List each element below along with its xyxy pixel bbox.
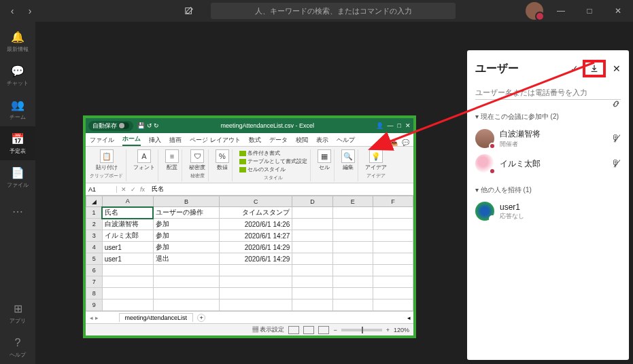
- zoom-out[interactable]: −: [333, 327, 337, 333]
- check-icon[interactable]: ✓: [570, 63, 579, 74]
- cell[interactable]: 参加: [153, 242, 219, 253]
- edit-button[interactable]: 🔍編集: [341, 149, 355, 171]
- cell[interactable]: [292, 242, 332, 253]
- copy-link-icon[interactable]: [611, 99, 621, 111]
- autosave-toggle[interactable]: 自動保存: [88, 121, 133, 131]
- tab-formula[interactable]: 数式: [249, 134, 261, 146]
- row-header[interactable]: 5: [86, 253, 103, 265]
- rail-teams[interactable]: 👥チーム: [0, 92, 35, 126]
- cell[interactable]: [219, 265, 292, 276]
- number-button[interactable]: %数値: [216, 149, 229, 171]
- cell[interactable]: [219, 299, 292, 311]
- cell[interactable]: [219, 288, 292, 299]
- cell[interactable]: [373, 230, 413, 242]
- cell[interactable]: [292, 253, 332, 265]
- cell[interactable]: [153, 276, 219, 288]
- cell[interactable]: [292, 230, 332, 242]
- sensitivity-button[interactable]: 🛡秘密度: [189, 149, 205, 171]
- rail-more[interactable]: ⋯: [0, 194, 35, 228]
- add-sheet[interactable]: +: [197, 314, 205, 322]
- cell[interactable]: [373, 219, 413, 230]
- row-header[interactable]: 9: [86, 299, 103, 311]
- comments-icon[interactable]: 💬: [402, 139, 409, 146]
- cell[interactable]: [373, 288, 413, 299]
- maximize-button[interactable]: □: [579, 3, 600, 19]
- rail-help[interactable]: ?ヘルプ: [0, 330, 35, 364]
- col-header[interactable]: D: [292, 196, 332, 207]
- cell[interactable]: [332, 230, 373, 242]
- cell[interactable]: タイムスタンプ: [219, 207, 292, 219]
- tab-data[interactable]: データ: [269, 134, 288, 146]
- col-header[interactable]: B: [153, 196, 219, 207]
- tab-view[interactable]: 表示: [316, 134, 328, 146]
- col-header[interactable]: E: [332, 196, 373, 207]
- col-header[interactable]: C: [219, 196, 292, 207]
- back-button[interactable]: ‹: [4, 3, 20, 19]
- display-settings[interactable]: ▦ 表示設定: [252, 325, 285, 334]
- rail-activity[interactable]: 🔔最新情報: [0, 24, 35, 58]
- worksheet-grid[interactable]: ◢ A B C D E F 1氏名ユーザーの操作タイムスタンプ2白波瀬智将参加2…: [86, 196, 413, 311]
- view-normal[interactable]: [288, 326, 299, 334]
- cell[interactable]: 白波瀬智将: [102, 219, 153, 230]
- cell[interactable]: user1: [102, 253, 153, 265]
- paste-button[interactable]: 📋貼り付け: [96, 149, 118, 171]
- cell[interactable]: 2020/6/1 14:27: [219, 230, 292, 242]
- cell[interactable]: [102, 276, 153, 288]
- cell[interactable]: [373, 276, 413, 288]
- row-header[interactable]: 6: [86, 265, 103, 276]
- tab-draw[interactable]: 描画: [169, 134, 182, 146]
- excel-max[interactable]: □: [398, 122, 401, 129]
- cell[interactable]: [292, 207, 332, 219]
- cell[interactable]: [292, 265, 332, 276]
- cell[interactable]: [332, 219, 373, 230]
- cell[interactable]: [332, 207, 373, 219]
- invite-input[interactable]: [475, 86, 621, 100]
- tab-review[interactable]: 校閲: [296, 134, 308, 146]
- cell[interactable]: [219, 276, 292, 288]
- scroll-left[interactable]: ◂: [407, 314, 411, 321]
- tab-help[interactable]: ヘルプ: [337, 134, 355, 146]
- cell[interactable]: [102, 265, 153, 276]
- row-header[interactable]: 8: [86, 288, 103, 299]
- cell[interactable]: [153, 265, 219, 276]
- participant-row[interactable]: user1応答なし: [475, 199, 621, 223]
- close-button[interactable]: ✕: [607, 3, 629, 19]
- share-icon[interactable]: 📤: [390, 139, 398, 146]
- cell[interactable]: [373, 265, 413, 276]
- cell[interactable]: 参加: [153, 219, 219, 230]
- row-header[interactable]: 2: [86, 219, 103, 230]
- participant-row[interactable]: イルミ太郎 🎙︎̸: [475, 151, 621, 176]
- col-header[interactable]: A: [102, 196, 153, 207]
- cell[interactable]: [292, 276, 332, 288]
- formula-value[interactable]: 氏名: [149, 185, 167, 194]
- zoom-slider[interactable]: [341, 329, 382, 331]
- fx-icon[interactable]: fx: [140, 186, 145, 193]
- cell[interactable]: [373, 253, 413, 265]
- cell[interactable]: [292, 219, 332, 230]
- excel-close[interactable]: ✕: [405, 122, 411, 129]
- cell[interactable]: 2020/6/1 14:29: [219, 253, 292, 265]
- mic-muted-icon[interactable]: 🎙︎̸: [611, 158, 621, 169]
- cell[interactable]: [292, 299, 332, 311]
- tab-file[interactable]: ファイル: [90, 134, 114, 146]
- tab-insert[interactable]: 挿入: [149, 134, 161, 146]
- excel-min[interactable]: —: [388, 122, 394, 129]
- fx-enter[interactable]: ✓: [131, 186, 136, 193]
- select-all[interactable]: ◢: [86, 196, 103, 207]
- user-icon[interactable]: 👤: [376, 122, 383, 129]
- cell[interactable]: [102, 288, 153, 299]
- cell[interactable]: [373, 207, 413, 219]
- cell[interactable]: [153, 299, 219, 311]
- cell-button[interactable]: ▦セル: [318, 149, 331, 171]
- name-box[interactable]: A1: [86, 186, 117, 193]
- search-box[interactable]: 人、キーワードの検索、またはコマンドの入力: [211, 3, 456, 19]
- cell[interactable]: [102, 299, 153, 311]
- cell[interactable]: イルミ太郎: [102, 230, 153, 242]
- ideas-button[interactable]: 💡アイデア: [365, 149, 387, 171]
- mic-muted-icon[interactable]: 🎙︎̸: [611, 133, 621, 144]
- zoom-in[interactable]: +: [386, 327, 390, 333]
- rail-files[interactable]: 📄ファイル: [0, 160, 35, 194]
- cell[interactable]: 2020/6/1 14:26: [219, 219, 292, 230]
- cell[interactable]: [332, 265, 373, 276]
- section-invite[interactable]: ▾ 他の人を招待 (1): [475, 185, 621, 195]
